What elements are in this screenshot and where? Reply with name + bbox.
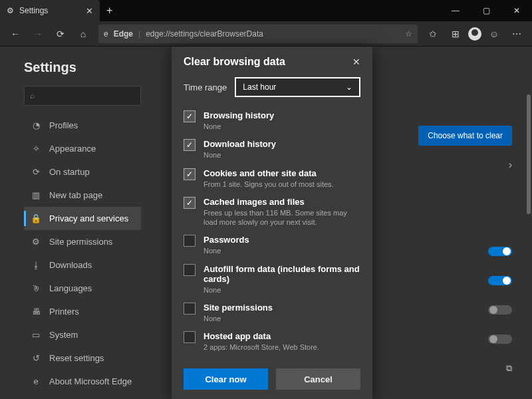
gear-icon: ⚙: [7, 6, 14, 15]
languages-icon: 🖰: [31, 283, 41, 293]
item-subtitle: From 1 site. Signs you out of most sites…: [203, 180, 334, 189]
toggle-e[interactable]: [488, 276, 512, 285]
home-button[interactable]: ⌂: [73, 24, 93, 44]
address-bar[interactable]: e Edge | edge://settings/clearBrowserDat…: [98, 25, 418, 43]
sidebar-item-site-permissions[interactable]: ⚙Site permissions: [24, 230, 141, 253]
item-subtitle: None: [203, 246, 249, 255]
collections-button[interactable]: ⊞: [446, 24, 466, 44]
sidebar-item-label: Appearance: [49, 144, 96, 154]
downloads-icon: ⭳: [31, 260, 41, 270]
item-subtitle: None: [203, 314, 273, 323]
separator: |: [138, 29, 140, 39]
reset-settings-icon: ↺: [31, 353, 41, 363]
scrollbar[interactable]: [527, 94, 531, 214]
sidebar-item-privacy-and-services[interactable]: 🔒Privacy and services: [24, 207, 141, 230]
about-microsoft-edge-icon: e: [31, 376, 41, 386]
checkbox[interactable]: [184, 235, 196, 247]
page-title: Settings: [24, 60, 141, 75]
sidebar-item-on-startup[interactable]: ⟳On startup: [24, 160, 141, 184]
sidebar-item-label: Reset settings: [49, 353, 104, 363]
maximize-button[interactable]: ▢: [471, 0, 501, 21]
clear-item-6: Site permissionsNone: [184, 299, 360, 327]
choose-what-to-clear-button[interactable]: Choose what to clear: [418, 126, 512, 146]
sidebar-item-downloads[interactable]: ⭳Downloads: [24, 253, 141, 277]
cancel-button[interactable]: Cancel: [276, 368, 360, 390]
sidebar-item-label: On startup: [49, 167, 90, 177]
sidebar-item-new-tab-page[interactable]: ▥New tab page: [24, 184, 141, 207]
dialog-close-button[interactable]: ✕: [352, 57, 360, 67]
checkbox[interactable]: [184, 331, 196, 343]
toggle-g[interactable]: [488, 334, 512, 344]
dialog-title: Clear browsing data: [184, 56, 285, 68]
privacy-and-services-icon: 🔒: [31, 213, 41, 223]
item-title: Autofill form data (includes forms and c…: [203, 264, 360, 284]
sidebar-item-label: About Microsoft Edge: [49, 376, 132, 386]
item-subtitle: None: [203, 285, 360, 295]
item-title: Passwords: [203, 235, 249, 245]
item-subtitle: None: [203, 122, 274, 131]
toggle-d[interactable]: [488, 247, 512, 256]
settings-sidebar: Settings ⌕ ◔Profiles✧Appearance⟳On start…: [0, 47, 152, 399]
forward-button: →: [28, 24, 48, 44]
dialog-items: ✓Browsing historyNone✓Download historyNo…: [184, 106, 360, 362]
settings-search-input[interactable]: ⌕: [24, 86, 141, 106]
sidebar-item-about-microsoft-edge[interactable]: eAbout Microsoft Edge: [24, 370, 141, 393]
checkbox[interactable]: ✓: [184, 197, 196, 209]
new-tab-page-icon: ▥: [31, 190, 41, 200]
more-button[interactable]: ⋯: [507, 24, 527, 44]
new-tab-button[interactable]: +: [100, 5, 119, 17]
item-title: Browsing history: [203, 110, 274, 120]
favorites-button[interactable]: ✩: [423, 24, 443, 44]
sidebar-item-printers[interactable]: 🖶Printers: [24, 300, 141, 323]
checkbox[interactable]: [184, 303, 196, 315]
feedback-button[interactable]: ☺: [484, 24, 504, 44]
popout-icon[interactable]: ⧉: [506, 363, 512, 374]
back-button[interactable]: ←: [5, 24, 25, 44]
refresh-button[interactable]: ⟳: [51, 24, 70, 44]
item-title: Cached images and files: [203, 197, 360, 207]
clear-now-button[interactable]: Clear now: [184, 368, 268, 390]
clear-item-0: ✓Browsing historyNone: [184, 106, 360, 135]
minimize-button[interactable]: —: [440, 0, 471, 21]
time-range-value: Last hour: [243, 82, 276, 92]
sidebar-item-label: Languages: [49, 283, 92, 293]
checkbox[interactable]: ✓: [184, 168, 196, 180]
sidebar-item-label: Privacy and services: [49, 213, 128, 223]
clear-item-1: ✓Download historyNone: [184, 135, 360, 164]
clear-item-7: Hosted app data2 apps: Microsoft Store, …: [184, 327, 360, 356]
sidebar-item-label: Printers: [49, 307, 79, 317]
item-subtitle: 2 apps: Microsoft Store, Web Store.: [203, 342, 319, 352]
item-title: Cookies and other site data: [203, 168, 334, 178]
favorite-icon[interactable]: ☆: [405, 29, 412, 39]
time-range-select[interactable]: Last hour ⌄: [235, 77, 360, 97]
checkbox[interactable]: [184, 264, 196, 276]
checkbox[interactable]: ✓: [184, 110, 196, 122]
chevron-right-icon[interactable]: ›: [509, 159, 512, 171]
sidebar-item-appearance[interactable]: ✧Appearance: [24, 137, 141, 160]
settings-nav: ◔Profiles✧Appearance⟳On startup▥New tab …: [24, 114, 141, 393]
clear-browsing-data-dialog: Clear browsing data ✕ Time range Last ho…: [172, 47, 372, 399]
sidebar-item-reset-settings[interactable]: ↺Reset settings: [24, 346, 141, 370]
sidebar-item-label: Site permissions: [49, 237, 112, 247]
content-area: Settings ⌕ ◔Profiles✧Appearance⟳On start…: [0, 47, 532, 399]
profile-avatar[interactable]: [468, 27, 481, 41]
sidebar-item-label: Downloads: [49, 260, 92, 270]
toggle-f[interactable]: [488, 305, 512, 315]
chevron-down-icon: ⌄: [346, 82, 352, 92]
clear-item-2: ✓Cookies and other site dataFrom 1 site.…: [184, 164, 360, 193]
checkbox[interactable]: ✓: [184, 139, 196, 151]
clear-item-3: ✓Cached images and filesFrees up less th…: [184, 193, 360, 231]
browser-tab[interactable]: ⚙ Settings ✕: [0, 0, 100, 21]
on-startup-icon: ⟳: [31, 167, 41, 177]
item-title: Hosted app data: [203, 331, 319, 341]
sidebar-item-profiles[interactable]: ◔Profiles: [24, 114, 141, 137]
edge-logo-icon: e: [104, 29, 108, 39]
site-permissions-icon: ⚙: [31, 237, 41, 247]
system-icon: ▭: [31, 330, 41, 340]
sidebar-item-languages[interactable]: 🖰Languages: [24, 277, 141, 300]
printers-icon: 🖶: [31, 307, 41, 317]
tab-close-icon[interactable]: ✕: [86, 6, 93, 16]
sidebar-item-label: Profiles: [49, 120, 78, 130]
sidebar-item-system[interactable]: ▭System: [24, 323, 141, 346]
window-close-button[interactable]: ✕: [501, 0, 532, 21]
